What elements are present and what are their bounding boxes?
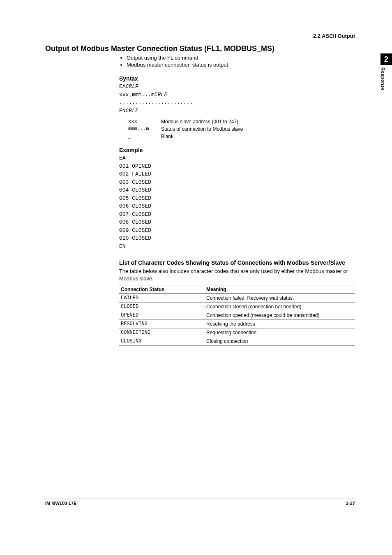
footer-page-number: 2-27 [346, 501, 355, 506]
syntax-block: EACRLF xxx_mmm...mCRLF .................… [119, 83, 355, 115]
meaning-cell: Connection closed (connection not needed… [205, 303, 355, 311]
codes-intro: The table below also includes character … [119, 268, 355, 282]
example-line: EN [119, 243, 126, 250]
example-line: EA [119, 155, 126, 161]
example-block: EA 001 OPENED 002 FAILED 003 CLOSED 004 … [119, 154, 355, 250]
example-line: 007 CLOSED [119, 211, 151, 217]
example-line: 009 CLOSED [119, 227, 151, 234]
syntax-line-italic: CRLF [126, 83, 138, 90]
section-header: 2.2 ASCII Output [45, 33, 355, 41]
table-row: OPENED Connection opened (message could … [119, 311, 355, 320]
example-line: 001 OPENED [119, 163, 151, 169]
page-title: Output of Modbus Master Connection Statu… [45, 44, 355, 53]
param-desc: Blank [161, 134, 173, 139]
param-key: _ [128, 134, 161, 139]
example-heading: Example [119, 147, 355, 153]
table-row: FAILED Connection failed. Recovery wait … [119, 294, 355, 303]
param-row: xxx Modbus slave address (001 to 247) [128, 119, 355, 125]
bullet-item: Modbus master connection status is outpu… [127, 62, 355, 68]
meaning-cell: Connection failed. Recovery wait status. [205, 294, 355, 303]
param-key: mmm...m [128, 126, 161, 132]
param-row: _ Blank [128, 134, 355, 139]
code-cell: FAILED [119, 294, 205, 303]
syntax-line: EA [119, 83, 126, 90]
code-cell: CLOSED [119, 303, 205, 311]
intro-bullets: Output using the FL command. Modbus mast… [119, 55, 355, 68]
meaning-cell: Closing connection [205, 337, 355, 346]
syntax-line: xxx_mmm...m [119, 92, 154, 98]
table-row: RESOLVING Resolving the address [119, 320, 355, 328]
codes-heading: List of Character Codes Showing Status o… [119, 259, 355, 266]
syntax-line: EN [119, 108, 126, 114]
code-cell: CONNECTING [119, 328, 205, 337]
code-cell: RESOLVING [119, 320, 205, 328]
example-line: 004 CLOSED [119, 187, 151, 193]
example-line: 002 FAILED [119, 171, 151, 177]
meaning-cell: Resolving the address [205, 320, 355, 328]
table-row: CLOSED Connection closed (connection not… [119, 303, 355, 311]
param-desc: Status of connection to Modbus slave [161, 126, 243, 132]
example-line: 003 CLOSED [119, 179, 151, 185]
page-footer: IM MW100-17E 2-27 [45, 499, 355, 506]
header-rule [45, 41, 355, 41]
footer-doc-id: IM MW100-17E [45, 501, 76, 506]
table-row: CONNECTING Requesting connection [119, 328, 355, 337]
bullet-item: Output using the FL command. [127, 55, 355, 61]
chapter-label: Response [380, 67, 385, 91]
codes-col-status: Connection Status [119, 285, 205, 294]
code-cell: OPENED [119, 311, 205, 320]
example-line: 006 CLOSED [119, 203, 151, 209]
side-tab: 2 Response [380, 53, 392, 91]
code-cell: CLOSING [119, 337, 205, 346]
syntax-heading: Syntax [119, 75, 355, 82]
table-row: CLOSING Closing connection [119, 337, 355, 346]
syntax-line: ....................... [119, 99, 193, 106]
meaning-cell: Connection opened (message could be tran… [205, 311, 355, 320]
syntax-line-italic: CRLF [154, 92, 167, 98]
meaning-cell: Requesting connection [205, 328, 355, 337]
param-desc: Modbus slave address (001 to 247) [161, 119, 238, 125]
chapter-number-box: 2 [380, 53, 392, 65]
codes-table: Connection Status Meaning FAILED Connect… [119, 285, 355, 346]
param-row: mmm...m Status of connection to Modbus s… [128, 126, 355, 132]
syntax-params: xxx Modbus slave address (001 to 247) mm… [128, 119, 355, 139]
codes-col-meaning: Meaning [205, 285, 355, 294]
example-line: 005 CLOSED [119, 195, 151, 201]
example-line: 010 CLOSED [119, 235, 151, 241]
syntax-line-italic: CRLF [126, 108, 138, 114]
param-key: xxx [128, 119, 161, 125]
example-line: 008 CLOSED [119, 219, 151, 225]
